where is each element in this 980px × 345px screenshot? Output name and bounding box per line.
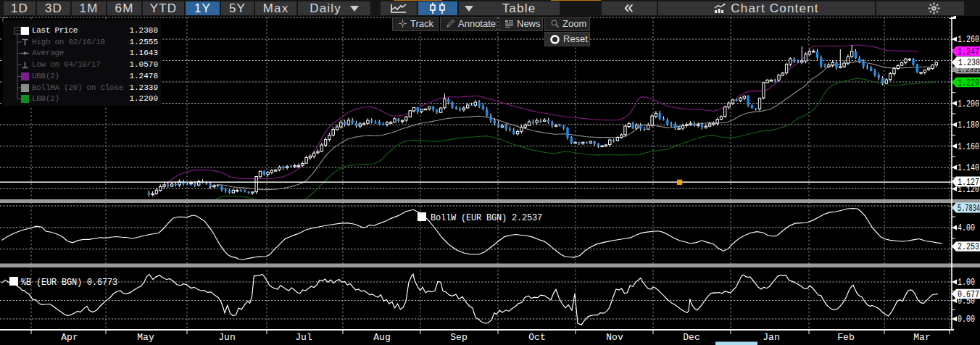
svg-text:Nov: Nov [606,332,623,343]
svg-text:4.00: 4.00 [958,223,975,233]
svg-text:1.247: 1.247 [958,47,979,57]
svg-text:0.00: 0.00 [958,315,975,325]
svg-text:Mar: Mar [913,332,930,343]
svg-text:1.00: 1.00 [958,278,975,288]
svg-text:Dec: Dec [683,332,699,343]
svg-text:Jan: Jan [763,332,779,343]
svg-text:May: May [137,332,154,343]
svg-text:Feb: Feb [837,332,854,343]
svg-text:Apr: Apr [61,332,78,343]
svg-text:Oct: Oct [528,332,545,343]
svg-text:0.677: 0.677 [958,290,979,300]
svg-text:Sep: Sep [450,332,467,343]
svg-text:Jun: Jun [218,332,235,343]
svg-text:Aug: Aug [373,332,390,343]
svg-text:Jul: Jul [295,332,312,343]
svg-text:1.238: 1.238 [958,57,980,68]
svg-text:1.260: 1.260 [958,35,979,45]
svg-text:1.200: 1.200 [958,99,979,109]
svg-text:2.253: 2.253 [958,242,979,252]
svg-text:1.127: 1.127 [958,178,979,188]
svg-text:1.220: 1.220 [958,78,979,88]
svg-text:1.160: 1.160 [958,142,979,152]
svg-text:5.7834: 5.7834 [958,204,980,214]
svg-text:1.140: 1.140 [958,163,979,173]
svg-text:1.180: 1.180 [958,120,979,130]
